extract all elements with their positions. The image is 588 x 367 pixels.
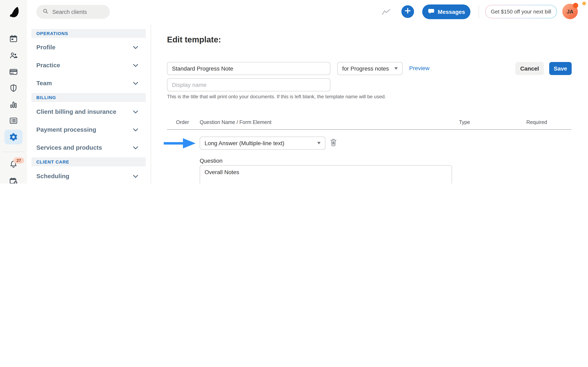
settings-nav-active[interactable] — [4, 130, 22, 144]
messages-button[interactable]: Messages — [422, 4, 470, 19]
template-name-input[interactable] — [167, 62, 330, 75]
display-name-helper-text: This is the title that will print onto y… — [167, 94, 386, 100]
chevron-down-icon — [133, 110, 138, 114]
app-window: 27 Search clients Messages — [0, 0, 588, 184]
insurance-shield-icon[interactable] — [9, 83, 18, 92]
template-type-select[interactable]: for Progress notes — [337, 62, 403, 75]
column-header-type: Type — [459, 119, 470, 125]
chevron-down-icon — [133, 175, 138, 178]
column-header-required: Required — [526, 119, 547, 125]
trend-icon[interactable] — [382, 9, 390, 17]
table-header-divider — [167, 129, 571, 130]
avatar-status-dot — [573, 3, 578, 8]
column-header-question: Question Name / Form Element — [200, 119, 272, 125]
save-button[interactable]: Save — [549, 62, 572, 75]
chevron-down-icon — [133, 146, 138, 150]
trash-icon — [329, 138, 338, 147]
section-header-client-care: CLIENT CARE — [31, 157, 146, 166]
caret-down-icon — [394, 67, 398, 70]
notification-badge: 27 — [13, 157, 24, 164]
gear-icon — [9, 133, 18, 142]
analytics-chart-icon[interactable] — [9, 100, 18, 109]
search-placeholder: Search clients — [52, 9, 87, 15]
topbar-divider — [479, 6, 479, 18]
corner-notification-dot — [582, 2, 586, 5]
topbar: Search clients Messages Get $150 off you… — [27, 0, 588, 25]
clients-icon[interactable] — [9, 51, 18, 60]
sidebar-item-services-products[interactable]: Services and products — [36, 139, 141, 157]
avatar-initials: JA — [567, 8, 573, 15]
column-header-order: Order — [176, 119, 189, 125]
calendar-icon[interactable] — [9, 34, 18, 43]
sidebar-item-profile[interactable]: Profile — [36, 38, 141, 56]
offer-button[interactable]: Get $150 off your next bill — [485, 5, 557, 18]
chevron-down-icon — [133, 46, 138, 49]
field-type-select[interactable]: Long Answer (Multiple-line text) — [200, 137, 325, 150]
plus-icon — [405, 8, 411, 16]
sidebar-item-scheduling[interactable]: Scheduling — [36, 167, 141, 184]
create-new-button[interactable] — [401, 5, 414, 18]
search-input[interactable]: Search clients — [36, 5, 110, 19]
search-icon — [42, 8, 49, 16]
section-header-operations: OPERATIONS — [31, 29, 146, 38]
question-label: Question — [200, 157, 223, 164]
pointer-arrow-annotation — [164, 137, 196, 151]
question-textarea[interactable]: Overall Notes — [200, 165, 452, 184]
simplepractice-logo-icon[interactable] — [8, 6, 19, 17]
page-title: Edit template: — [167, 35, 221, 44]
icon-rail: 27 — [0, 0, 27, 184]
sidebar-item-practice[interactable]: Practice — [36, 56, 141, 74]
sidebar-item-client-billing[interactable]: Client billing and insurance — [36, 103, 141, 121]
chat-bubble-icon — [428, 8, 435, 16]
messages-label: Messages — [438, 8, 465, 15]
offer-label: Get $150 off your next bill — [491, 8, 551, 15]
calendar-add-icon[interactable] — [9, 176, 18, 184]
chevron-down-icon — [133, 64, 138, 67]
chevron-down-icon — [133, 82, 138, 85]
delete-field-button[interactable] — [329, 138, 338, 149]
chevron-down-icon — [133, 128, 138, 132]
settings-sidebar: OPERATIONS Profile Practice Team BILLING… — [27, 25, 151, 184]
sidebar-item-team[interactable]: Team — [36, 74, 141, 92]
sidebar-item-payment-processing[interactable]: Payment processing — [36, 121, 141, 139]
display-name-input[interactable] — [167, 78, 330, 91]
rail-divider — [3, 152, 24, 152]
notes-list-icon[interactable] — [9, 116, 18, 125]
section-header-billing: BILLING — [31, 93, 146, 102]
billing-card-icon[interactable] — [9, 67, 18, 76]
preview-link[interactable]: Preview — [409, 65, 430, 71]
caret-down-icon — [317, 142, 320, 144]
cancel-button[interactable]: Cancel — [515, 62, 544, 75]
main-content: Edit template: for Progress notes Previe… — [151, 25, 588, 184]
